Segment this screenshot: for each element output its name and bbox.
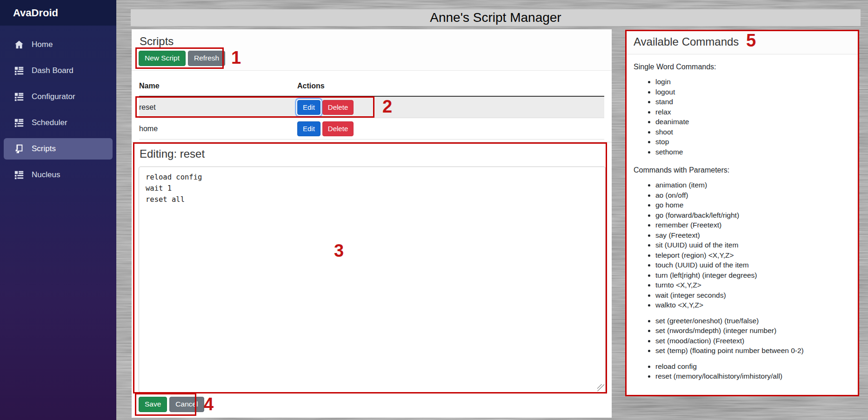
sidebar-item-scheduler[interactable]: Scheduler (4, 112, 113, 133)
sidebar-item-dashboard[interactable]: Dash Board (4, 60, 113, 81)
script-editor-textarea[interactable]: reload config wait 1 reset all (139, 167, 606, 393)
command-item: logout (655, 87, 850, 97)
command-item: walkto <X,Y,Z> (655, 300, 850, 310)
sidebar-item-label: Nucleus (32, 170, 60, 180)
list-icon (14, 92, 24, 102)
list-icon (14, 66, 24, 76)
command-item: stand (655, 97, 850, 107)
command-item: wait (integer seconds) (655, 290, 850, 300)
edit-button[interactable]: Edit (297, 100, 320, 115)
command-item: set (temp) (floating point number betwee… (655, 346, 850, 356)
column-header-actions: Actions (297, 70, 604, 96)
command-item: ao (on/off) (655, 190, 850, 200)
editing-heading: Editing: reset (140, 147, 205, 160)
single-word-commands-list: login logout stand relax deanimate shoot… (634, 77, 850, 157)
new-script-button[interactable]: New Script (139, 51, 186, 66)
refresh-button[interactable]: Refresh (188, 51, 225, 66)
single-word-commands-title: Single Word Commands: (634, 63, 850, 71)
command-item: turn (left|right) (integer degrees) (655, 270, 850, 280)
edit-button[interactable]: Edit (297, 121, 320, 136)
command-item: go home (655, 200, 850, 210)
save-button[interactable]: Save (139, 397, 167, 412)
command-item: touch (UUID) uuid of the item (655, 260, 850, 270)
list-icon (14, 118, 24, 128)
command-item: stop (655, 137, 850, 147)
delete-button[interactable]: Delete (322, 121, 354, 136)
command-item: set (mood/action) (Freetext) (655, 336, 850, 346)
commands-panel-body: Single Word Commands: login logout stand… (626, 54, 858, 381)
sidebar-item-label: Scripts (32, 144, 56, 153)
commands-panel-header: Available Commands (626, 31, 858, 54)
script-name-cell: home (139, 118, 297, 140)
script-name-cell: reset (139, 96, 297, 118)
sidebar-item-home[interactable]: Home (4, 34, 113, 55)
list-icon (14, 170, 24, 180)
scripts-panel: Scripts New Script Refresh Name Actions … (132, 29, 612, 418)
actions-cell: Edit Delete (297, 100, 604, 115)
command-item: set (greeter/oneshot) (true/false) (655, 316, 850, 326)
sidebar-item-label: Configurator (32, 92, 75, 101)
set-commands-list: set (greeter/oneshot) (true/false) set (… (634, 316, 850, 356)
commands-heading: Available Commands (634, 35, 850, 48)
sidebar-item-label: Home (32, 40, 53, 49)
command-item: remember (Freetext) (655, 220, 850, 230)
table-row: reset Edit Delete (139, 96, 604, 118)
sidebar-nav: Home Dash Board Configurator Scheduler (0, 26, 116, 199)
command-item: say (Freetext) (655, 230, 850, 240)
sidebar-item-scripts[interactable]: Scripts (4, 138, 113, 160)
table-row: home Edit Delete (139, 118, 604, 140)
sidebar-item-configurator[interactable]: Configurator (4, 86, 113, 107)
actions-cell: Edit Delete (297, 121, 604, 136)
page-title: Anne's Script Manager (131, 9, 861, 26)
table-header-row: Name Actions (139, 70, 604, 96)
delete-button[interactable]: Delete (322, 100, 354, 115)
misc-commands-list: reload config reset (memory/localhistory… (634, 361, 850, 381)
command-item: shoot (655, 127, 850, 137)
param-commands-list: animation (item) ao (on/off) go home go … (634, 180, 850, 310)
column-header-name: Name (139, 70, 297, 96)
command-item: deanimate (655, 117, 850, 127)
scripts-heading: Scripts (140, 35, 174, 48)
param-commands-title: Commands with Parameters: (634, 166, 850, 174)
scripts-table: Name Actions reset Edit Delete home (139, 70, 604, 140)
command-item: set (nwords/mdepth) (integer number) (655, 326, 850, 336)
cancel-button[interactable]: Cancel (169, 397, 204, 412)
available-commands-panel: Available Commands Single Word Commands:… (626, 31, 858, 395)
command-item: turnto <X,Y,Z> (655, 280, 850, 290)
app-window: AvaDroid Home Dash Board Configurator (0, 0, 868, 420)
script-icon (14, 144, 24, 154)
command-item: go (forward/back/left/right) (655, 210, 850, 220)
command-item: sethome (655, 147, 850, 157)
divider (132, 142, 612, 142)
command-item: login (655, 77, 850, 87)
sidebar-item-label: Dash Board (32, 66, 73, 75)
command-item: sit (UUID) uuid of the item (655, 240, 850, 250)
command-item: reload config (655, 361, 850, 372)
command-item: reset (memory/localhistory/imhistory/all… (655, 371, 850, 381)
command-item: relax (655, 107, 850, 117)
sidebar-item-label: Scheduler (32, 118, 67, 127)
scripts-toolbar: New Script Refresh (139, 51, 225, 66)
editor-actions: Save Cancel (139, 397, 204, 412)
home-icon (14, 40, 24, 50)
resize-grip-icon[interactable] (597, 384, 604, 391)
command-item: animation (item) (655, 180, 850, 190)
scripts-panel-header: Scripts New Script Refresh (132, 29, 612, 71)
sidebar-item-nucleus[interactable]: Nucleus (4, 164, 113, 186)
command-item: teleport (region) <X,Y,Z> (655, 250, 850, 260)
brand-title: AvaDroid (0, 0, 116, 26)
sidebar: AvaDroid Home Dash Board Configurator (0, 0, 116, 420)
